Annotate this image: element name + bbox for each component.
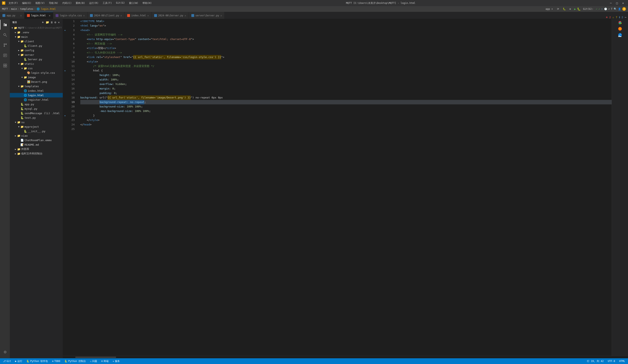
browser-icon-edge[interactable] bbox=[618, 33, 622, 38]
menu-tools[interactable]: 工具(T) bbox=[101, 1, 114, 5]
gutter-12-fold[interactable]: ▾ bbox=[63, 68, 67, 73]
tree-item-config[interactable]: ▶ 📁 config bbox=[10, 48, 63, 53]
sidebar-new-folder[interactable]: 📁 bbox=[45, 20, 50, 24]
status-python-pkg[interactable]: 🐍 Python 软件包 bbox=[26, 360, 49, 363]
tree-item-image-dir[interactable]: ▼ 📁 image bbox=[10, 75, 63, 79]
breadcrumb-main[interactable]: main bbox=[11, 7, 17, 10]
menu-git[interactable]: Git(G) bbox=[114, 1, 127, 5]
tree-item-readme[interactable]: ▶ 📝 README.md bbox=[10, 142, 63, 147]
toolbar-play[interactable]: ▶ bbox=[574, 7, 576, 11]
tree-item-desert-png[interactable]: ▶ 🖼️ Desert.png bbox=[10, 79, 63, 84]
menu-view[interactable]: 视图(V) bbox=[34, 1, 46, 5]
tab-server-py[interactable]: 2024-06\Server.py ✕ bbox=[152, 12, 189, 19]
sidebar-close[interactable]: ✕ bbox=[58, 20, 60, 24]
breadcrumb-templates[interactable]: templates bbox=[20, 7, 33, 10]
menu-window[interactable]: 窗口(W) bbox=[127, 1, 140, 5]
tab-close-index[interactable]: ✕ bbox=[147, 14, 149, 17]
tab-close-css[interactable]: ✕ bbox=[83, 14, 85, 17]
tree-item-css-dir[interactable]: ▼ 📁 css bbox=[10, 66, 63, 70]
tab-login-css[interactable]: login-style.css ✕ bbox=[53, 12, 87, 19]
tab-login-html[interactable]: login.html ✕ bbox=[24, 12, 53, 19]
toolbar-debug[interactable]: 🐛 bbox=[577, 7, 581, 11]
tree-item-client-dir[interactable]: ▼ 📁 client bbox=[10, 39, 63, 44]
activity-debug[interactable] bbox=[0, 51, 10, 60]
tab-close-client[interactable]: ✕ bbox=[120, 14, 122, 17]
tree-item-server-dir[interactable]: ▼ 📁 server bbox=[10, 53, 63, 57]
scrollbar-horizontal[interactable] bbox=[63, 356, 628, 358]
status-git[interactable]: ⎇ Git bbox=[2, 360, 12, 363]
tree-item-scratch[interactable]: ▶ 📁 临时文件和控制台 bbox=[10, 151, 63, 156]
tree-item-register-html[interactable]: ▶ 🌐 register.html bbox=[10, 97, 63, 102]
status-services[interactable]: ✦ 服务 bbox=[112, 360, 121, 363]
toolbar-btn-3[interactable]: ⚙ bbox=[568, 7, 572, 11]
git-label[interactable]: Git(G): bbox=[582, 7, 595, 11]
tree-item-index-html[interactable]: ▶ 🌐 index.html bbox=[10, 88, 63, 93]
breadcrumb-mqtt[interactable]: MQTT bbox=[2, 7, 8, 10]
tree-item-templates[interactable]: ▼ 📁 templates bbox=[10, 84, 63, 88]
activity-git[interactable] bbox=[0, 40, 10, 50]
status-terminal[interactable]: ⊡ 终端 bbox=[100, 360, 109, 363]
sidebar-collapse[interactable]: ≡ bbox=[51, 20, 53, 24]
tab-index-html[interactable]: index.html ✕ bbox=[125, 12, 152, 19]
code-editor[interactable]: <!DOCTYPE html> <html lang="en"> <head> … bbox=[78, 19, 612, 356]
tree-item-client-py[interactable]: ▶ 🐍 Client.py bbox=[10, 44, 63, 48]
breadcrumb-file[interactable]: 🌐 login.html bbox=[37, 7, 56, 10]
tab-options[interactable]: ⋯ bbox=[625, 16, 626, 19]
menu-help[interactable]: 帮助(H) bbox=[141, 1, 154, 5]
gutter-3-fold[interactable]: ▾ bbox=[63, 28, 67, 32]
toolbar-btn-2[interactable]: 🐛 bbox=[561, 7, 567, 11]
tree-item-init-py[interactable]: ▶ 🐍 __init__.py bbox=[10, 129, 63, 133]
menu-nav[interactable]: 导航(N) bbox=[47, 1, 60, 5]
run-config[interactable]: app ▾ bbox=[544, 7, 554, 11]
status-run[interactable]: ▶ 运行 bbox=[14, 360, 23, 363]
toolbar-search[interactable]: 🔍 bbox=[614, 7, 617, 10]
activity-explorer[interactable] bbox=[0, 20, 10, 30]
tree-item-mqtt[interactable]: ▼ 📁 MQTT C:\Users\肖美月\Desktop\MQTT bbox=[10, 26, 63, 30]
tree-item-chatroom[interactable]: ▶ 📄 ChatRoomPlan.emmx bbox=[10, 138, 63, 142]
activity-extensions[interactable] bbox=[0, 61, 10, 70]
toolbar-profile[interactable]: 👤 bbox=[618, 7, 621, 10]
tree-item-sendmessage[interactable]: ▶ 🐍 sendMessage (li) .html bbox=[10, 111, 63, 116]
menu-refactor[interactable]: 重构(B) bbox=[74, 1, 87, 5]
gutter-22-fold[interactable]: ▾ bbox=[63, 113, 67, 118]
tree-item-static[interactable]: ▼ 📁 static bbox=[10, 61, 63, 66]
status-lang[interactable]: HTML bbox=[618, 360, 626, 363]
tree-item-app-py[interactable]: ▶ 🐍 app.py bbox=[10, 102, 63, 106]
tree-item-external-libs[interactable]: ▶ 📁 外部库 bbox=[10, 147, 63, 151]
scrollbar-thumb-h[interactable] bbox=[75, 357, 116, 358]
tab-server2-py[interactable]: server\Server.py ✕ bbox=[189, 12, 225, 19]
menu-file[interactable]: 文件(F) bbox=[7, 1, 20, 5]
tree-item-xiao[interactable]: ▶ 📁 xiao bbox=[10, 133, 63, 138]
sidebar-options[interactable]: ⚙ bbox=[54, 20, 57, 24]
tree-item-server-py[interactable]: ▶ 🐍 Server.py bbox=[10, 57, 63, 61]
sidebar-new-file[interactable]: + bbox=[42, 20, 44, 24]
tab-app-py[interactable]: app.py ✕ bbox=[0, 12, 24, 19]
browser-icon-chrome[interactable] bbox=[618, 21, 622, 26]
activity-settings[interactable]: ⚙ bbox=[0, 347, 10, 357]
status-position[interactable]: 行 19, 列 42 bbox=[586, 360, 605, 363]
tree-item-test-py[interactable]: ▶ 🐍 test.py bbox=[10, 116, 63, 120]
toolbar-btn-1[interactable]: ⟳ bbox=[556, 7, 560, 11]
menu-code[interactable]: 代码(C) bbox=[61, 1, 73, 5]
menu-run[interactable]: 运行(R) bbox=[87, 1, 100, 5]
maximize-button[interactable]: □ bbox=[614, 0, 620, 6]
status-encoding[interactable]: UTF-8 bbox=[607, 360, 616, 363]
status-python-console[interactable]: 🐍 Python 控制台 bbox=[64, 360, 87, 363]
tree-item-su[interactable]: ▼ 📁 su bbox=[10, 120, 63, 124]
tree-item-venv[interactable]: ▶ 📁 .venv bbox=[10, 30, 63, 35]
menu-edit[interactable]: 编辑(E) bbox=[20, 1, 33, 5]
tree-item-mysql-py[interactable]: ▶ 🐍 mysql.py bbox=[10, 106, 63, 111]
close-button[interactable]: ✕ bbox=[620, 0, 626, 6]
tab-close-app[interactable]: ✕ bbox=[20, 14, 22, 17]
tab-close-server2[interactable]: ✕ bbox=[220, 14, 222, 17]
tree-item-login-html[interactable]: ▶ 🌐 login.html bbox=[10, 93, 63, 97]
toolbar-avatar[interactable]: 月 bbox=[622, 7, 626, 11]
tree-item-myproject[interactable]: ▼ 📁 myproject bbox=[10, 124, 63, 129]
tab-close-server[interactable]: ✕ bbox=[185, 14, 186, 17]
tab-close-login[interactable]: ✕ bbox=[49, 14, 51, 17]
tree-item-main[interactable]: ▼ 📁 main bbox=[10, 35, 63, 39]
activity-search[interactable] bbox=[0, 30, 10, 40]
status-problems[interactable]: ⚠ 问题 bbox=[89, 360, 98, 363]
tab-client-py[interactable]: 2024-06\Client.py ✕ bbox=[87, 12, 125, 19]
minimize-button[interactable]: ─ bbox=[608, 0, 614, 6]
